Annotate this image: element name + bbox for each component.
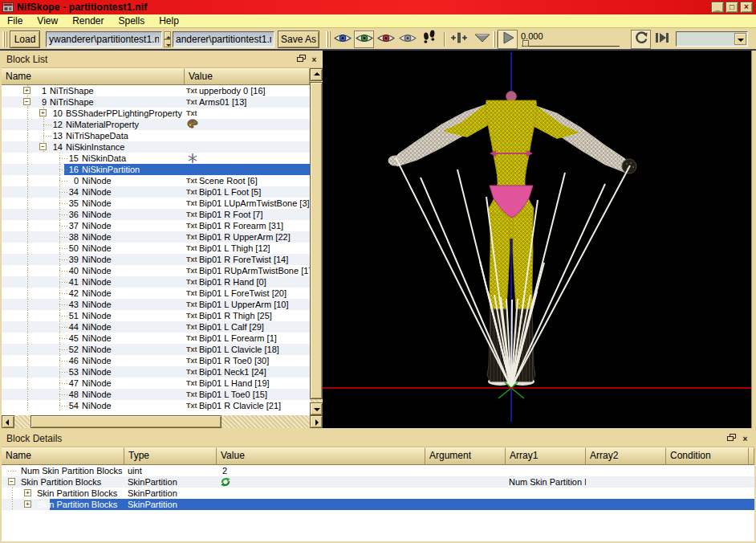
animation-slider-track[interactable] — [522, 46, 620, 47]
block-number: 39 — [66, 254, 79, 265]
load-button[interactable]: Load — [10, 31, 40, 48]
view-direction-button[interactable] — [472, 31, 493, 48]
show-hidden-toggle[interactable] — [376, 31, 396, 48]
block-list-row[interactable]: 16NiSkinPartition — [2, 164, 310, 175]
axis-select-widget[interactable] — [448, 31, 470, 48]
menu-render[interactable]: Render — [65, 15, 111, 27]
block-list-row[interactable]: 13NiTriShapeData — [2, 130, 310, 141]
save-path-input[interactable] — [173, 31, 274, 47]
expand-icon[interactable]: + — [39, 109, 47, 116]
block-list-row[interactable]: 52NiNodeTxtBip01 L Clavicle [18] — [2, 344, 310, 355]
block-value: Bip01 R UpperArm [22] — [199, 231, 310, 243]
block-list-row[interactable]: 47NiNodeTxtBip01 L Hand [19] — [2, 378, 310, 389]
column-header-type[interactable]: Type — [124, 447, 217, 465]
menu-file[interactable]: File — [0, 15, 30, 27]
scroll-down-icon[interactable] — [310, 402, 323, 415]
column-header-array2[interactable]: Array2 — [586, 447, 666, 465]
block-list-row[interactable]: 40NiNodeTxtBip01 RUpArmTwistBone [17] — [2, 265, 310, 276]
block-details-row[interactable]: −Skin Partition BlocksSkinPartitionNum S… — [2, 476, 754, 488]
column-header-name[interactable]: Name — [2, 68, 185, 85]
column-header-condition[interactable]: Condition — [666, 447, 749, 465]
block-list-row[interactable]: 41NiNodeTxtBip01 R Hand [0] — [2, 276, 310, 288]
menu-help[interactable]: Help — [152, 15, 186, 27]
float-panel-icon[interactable] — [726, 434, 737, 444]
column-header-value[interactable]: Value — [185, 68, 310, 85]
block-list-row[interactable]: 38NiNodeTxtBip01 R UpperArm [22] — [2, 231, 310, 243]
float-panel-icon[interactable] — [296, 55, 307, 65]
menu-spells[interactable]: Spells — [112, 15, 152, 27]
close-panel-icon[interactable]: × — [309, 55, 319, 65]
column-header-name[interactable]: Name — [2, 447, 124, 465]
load-path-input[interactable] — [46, 31, 162, 47]
block-list-row[interactable]: +1NiTriShapeTxtupperbody 0 [16] — [2, 85, 310, 96]
block-list-vscrollbar[interactable] — [310, 68, 323, 415]
block-list-row[interactable]: 44NiNodeTxtBip01 L Calf [29] — [2, 321, 310, 333]
collapse-icon[interactable]: − — [39, 143, 47, 150]
toolbar-grip[interactable] — [326, 31, 331, 47]
expand-icon[interactable]: + — [24, 489, 31, 496]
viewport-3d[interactable] — [323, 51, 751, 428]
loop-animation-button[interactable] — [631, 30, 651, 49]
block-list-hscrollbar[interactable] — [2, 415, 323, 428]
close-button[interactable]: × — [740, 2, 753, 13]
show-nodes-toggle[interactable] — [332, 31, 352, 48]
block-list-row[interactable]: 39NiNodeTxtBip01 R ForeTwist [14] — [2, 254, 310, 265]
block-list-row[interactable]: 54NiNodeTxtBip01 R Clavicle [21] — [2, 400, 310, 411]
block-number: 0 — [66, 175, 79, 186]
collapse-icon[interactable]: − — [23, 98, 30, 105]
block-number: 13 — [50, 130, 63, 141]
block-list-row[interactable]: 43NiNodeTxtBip01 L UpperArm [10] — [2, 299, 310, 310]
show-wireframe-toggle[interactable] — [354, 31, 374, 48]
block-list-row[interactable]: 46NiNodeTxtBip01 R Toe0 [30] — [2, 355, 310, 366]
block-list-row[interactable]: −14NiSkinInstance — [2, 141, 310, 153]
animation-select[interactable] — [676, 31, 748, 47]
block-list-row[interactable]: 53NiNodeTxtBip01 Neck1 [24] — [2, 366, 310, 378]
block-list-row[interactable]: −9NiTriShapeTxtArms01 [13] — [2, 96, 310, 108]
expand-icon[interactable]: + — [23, 87, 30, 94]
close-panel-icon[interactable]: × — [740, 434, 750, 444]
column-header-argument[interactable]: Argument — [425, 447, 506, 465]
block-details-header: Name Type Value Argument Array1 Array2 C… — [2, 447, 754, 465]
block-list-row[interactable]: +10BSShaderPPLightingPropertyTxt — [2, 108, 310, 119]
block-list-row[interactable]: 45NiNodeTxtBip01 L Forearm [1] — [2, 333, 310, 344]
menu-view[interactable]: View — [30, 15, 65, 27]
block-list-row[interactable]: 35NiNodeTxtBip01 LUpArmTwistBone [3] — [2, 198, 310, 209]
play-animation-button[interactable] — [498, 30, 518, 49]
block-list-row[interactable]: 15NiSkinData — [2, 153, 310, 164]
block-list-row[interactable]: 34NiNodeTxtBip01 L Foot [5] — [2, 186, 310, 198]
block-list-row[interactable]: 50NiNodeTxtBip01 L Thigh [12] — [2, 243, 310, 254]
chevron-down-icon[interactable] — [734, 33, 746, 45]
save-as-button[interactable]: Save As — [278, 31, 319, 48]
column-header-value[interactable]: Value — [217, 447, 425, 465]
column-header-array1[interactable]: Array1 — [506, 447, 586, 465]
next-frame-button[interactable] — [652, 31, 672, 48]
block-list-row[interactable]: 12NiMaterialProperty — [2, 119, 310, 130]
vscroll-thumb[interactable] — [310, 82, 323, 399]
scroll-left-icon[interactable] — [2, 415, 14, 428]
block-details-row[interactable]: Num Skin Partition Blocksuint2 — [2, 465, 754, 476]
block-list-row[interactable]: 51NiNodeTxtBip01 R Thigh [25] — [2, 310, 310, 321]
toolbar-grip[interactable] — [2, 31, 7, 47]
field-value[interactable]: 2 — [222, 465, 227, 476]
block-list-row[interactable]: 0NiNodeTxtScene Root [6] — [2, 175, 310, 186]
maximize-button[interactable]: □ — [726, 2, 738, 13]
show-textures-toggle[interactable] — [397, 31, 417, 48]
block-value: upperbody 0 [16] — [199, 85, 310, 96]
scroll-right-icon[interactable] — [310, 415, 323, 428]
expand-icon[interactable]: + — [24, 500, 31, 508]
minimize-button[interactable]: _ — [711, 2, 724, 13]
block-list-row[interactable]: 42NiNodeTxtBip01 L ForeTwist [20] — [2, 288, 310, 299]
path-spin-buttons[interactable] — [164, 31, 171, 47]
walk-mode-toggle[interactable] — [420, 31, 439, 48]
titlebar[interactable]: NifSkope - partitiontest1.nif _ □ × — [0, 0, 756, 14]
window-title: NifSkope - partitiontest1.nif — [17, 2, 147, 13]
block-details-row[interactable]: +Skin Partition BlocksSkinPartition — [2, 499, 754, 510]
collapse-icon[interactable]: − — [8, 478, 15, 485]
scroll-up-icon[interactable] — [310, 68, 323, 81]
block-list-row[interactable]: 48NiNodeTxtBip01 L Toe0 [15] — [2, 389, 310, 400]
block-list-row[interactable]: 36NiNodeTxtBip01 R Foot [7] — [2, 209, 310, 220]
animation-slider-handle[interactable] — [522, 40, 529, 47]
hscroll-thumb[interactable] — [30, 415, 222, 428]
block-details-row[interactable]: +Skin Partition BlocksSkinPartition — [2, 488, 754, 499]
block-list-row[interactable]: 37NiNodeTxtBip01 R Forearm [31] — [2, 220, 310, 231]
